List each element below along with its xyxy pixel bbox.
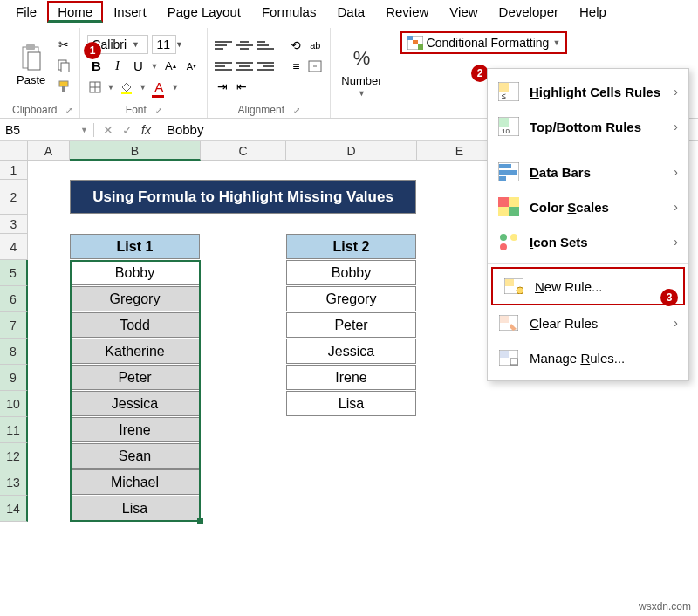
- svg-rect-40: [500, 351, 509, 358]
- row-header-8[interactable]: 8: [0, 339, 28, 365]
- row-header-13[interactable]: 13: [0, 469, 28, 496]
- select-all-corner[interactable]: [0, 141, 28, 161]
- dd-clear-rules[interactable]: Clear Rules ›: [488, 305, 688, 340]
- menu-file[interactable]: File: [5, 1, 47, 23]
- alignment-dialog-icon[interactable]: ⤢: [293, 106, 300, 115]
- decrease-font-icon[interactable]: A▾: [182, 58, 200, 75]
- list1-cell[interactable]: Jessica: [70, 391, 200, 416]
- dd-icon-sets[interactable]: Icon Sets ›: [488, 224, 688, 259]
- fx-icon[interactable]: fx: [141, 123, 151, 137]
- selection-handle[interactable]: [197, 518, 203, 524]
- col-header-C[interactable]: C: [201, 141, 286, 161]
- paste-button[interactable]: Paste: [13, 40, 49, 90]
- increase-font-icon[interactable]: A▴: [161, 58, 179, 75]
- underline-button[interactable]: U: [129, 58, 147, 75]
- chevron-down-icon[interactable]: ▼: [150, 62, 158, 71]
- menu-insert[interactable]: Insert: [103, 1, 157, 23]
- wrap-text-icon[interactable]: ab: [307, 38, 323, 53]
- font-size-combo[interactable]: 11▼: [152, 35, 176, 54]
- list2-cell[interactable]: Gregory: [286, 286, 416, 311]
- align-right-icon[interactable]: [257, 58, 274, 75]
- orientation-icon[interactable]: ⟲: [288, 38, 304, 53]
- merge-icon[interactable]: [307, 58, 323, 74]
- conditional-formatting-button[interactable]: Conditional Formatting ▼: [400, 31, 568, 54]
- menu-bar: File Home Insert Page Layout Formulas Da…: [0, 0, 698, 24]
- list1-cell[interactable]: Bobby: [70, 260, 200, 285]
- list2-cell[interactable]: Jessica: [286, 339, 416, 364]
- chevron-down-icon[interactable]: ▼: [171, 83, 179, 92]
- align-left-icon[interactable]: [215, 58, 232, 75]
- font-dialog-icon[interactable]: ⤢: [155, 106, 162, 115]
- list1-cell[interactable]: Gregory: [70, 286, 200, 311]
- row-header-1[interactable]: 1: [0, 161, 28, 180]
- percent-icon: %: [347, 44, 375, 72]
- dd-label: Manage Rules...: [530, 351, 678, 366]
- cells-area[interactable]: Using Formula to Highlight Missing Value…: [28, 161, 503, 522]
- list1-cell[interactable]: Peter: [70, 365, 200, 390]
- number-format-button[interactable]: % Number ▼: [338, 41, 385, 101]
- col-header-D[interactable]: D: [286, 141, 417, 161]
- dd-top-bottom-rules[interactable]: 10 Top/Bottom Rules ›: [488, 109, 688, 144]
- cut-icon[interactable]: ✂: [56, 37, 72, 52]
- format-painter-icon[interactable]: [56, 79, 72, 94]
- list1-cell[interactable]: Irene: [70, 417, 200, 442]
- enter-icon[interactable]: ✓: [122, 123, 133, 137]
- row-header-14[interactable]: 14: [0, 496, 28, 522]
- font-color-icon[interactable]: A: [150, 79, 168, 96]
- align-top-icon[interactable]: [215, 37, 232, 54]
- group-number: % Number ▼: [331, 28, 393, 118]
- row-header-6[interactable]: 6: [0, 286, 28, 312]
- row-header-2[interactable]: 2: [0, 180, 28, 215]
- row-header-9[interactable]: 9: [0, 365, 28, 391]
- borders-icon[interactable]: [87, 79, 103, 95]
- menu-view[interactable]: View: [439, 1, 488, 23]
- list2-cell[interactable]: Peter: [286, 312, 416, 338]
- list1-cell[interactable]: Todd: [70, 312, 200, 338]
- copy-icon[interactable]: [56, 58, 72, 73]
- row-header-11[interactable]: 11: [0, 417, 28, 443]
- decrease-indent-icon[interactable]: ≡: [288, 58, 304, 74]
- row-header-7[interactable]: 7: [0, 312, 28, 339]
- list2-cell[interactable]: Lisa: [286, 391, 416, 416]
- dd-manage-rules[interactable]: Manage Rules...: [488, 340, 688, 375]
- align-center-icon[interactable]: [236, 58, 253, 75]
- menu-help[interactable]: Help: [569, 1, 617, 23]
- align-bottom-icon[interactable]: [257, 37, 274, 54]
- menu-review[interactable]: Review: [375, 1, 439, 23]
- name-box[interactable]: B5▼: [0, 123, 94, 137]
- menu-page-layout[interactable]: Page Layout: [157, 1, 251, 23]
- clipboard-dialog-icon[interactable]: ⤢: [65, 106, 72, 115]
- bold-button[interactable]: B: [87, 58, 105, 75]
- row-header-4[interactable]: 4: [0, 234, 28, 260]
- menu-home[interactable]: Home: [47, 1, 103, 23]
- list1-cell[interactable]: Lisa: [70, 496, 200, 521]
- align-middle-icon[interactable]: [236, 37, 253, 54]
- chevron-down-icon[interactable]: ▼: [106, 83, 114, 92]
- fill-color-icon[interactable]: [118, 79, 135, 96]
- increase-indent-icon[interactable]: ⇥: [215, 79, 230, 94]
- row-header-3[interactable]: 3: [0, 215, 28, 234]
- row-header-5[interactable]: 5: [0, 260, 28, 286]
- dd-new-rule[interactable]: New Rule...: [491, 267, 685, 305]
- col-header-A[interactable]: A: [28, 141, 70, 161]
- dd-highlight-cells-rules[interactable]: ≤ Highlight Cells Rules ›: [488, 74, 688, 109]
- list1-cell[interactable]: Michael: [70, 469, 200, 495]
- dd-data-bars[interactable]: Data Bars ›: [488, 154, 688, 189]
- menu-data[interactable]: Data: [326, 1, 375, 23]
- list1-cell[interactable]: Sean: [70, 443, 200, 469]
- cancel-icon[interactable]: ✕: [103, 123, 113, 137]
- menu-formulas[interactable]: Formulas: [251, 1, 327, 23]
- menu-developer[interactable]: Developer: [489, 1, 569, 23]
- row-header-10[interactable]: 10: [0, 391, 28, 417]
- dd-label: Clear Rules: [530, 316, 663, 331]
- list1-cell[interactable]: Katherine: [70, 339, 200, 364]
- list2-cell[interactable]: Irene: [286, 365, 416, 390]
- row-header-12[interactable]: 12: [0, 443, 28, 469]
- list2-cell[interactable]: Bobby: [286, 260, 416, 285]
- indent-icon[interactable]: ⇤: [234, 79, 250, 94]
- col-header-B[interactable]: B: [70, 141, 201, 161]
- chevron-down-icon[interactable]: ▼: [139, 83, 147, 92]
- dd-color-scales[interactable]: Color Scales ›: [488, 189, 688, 224]
- dd-label: Top/Bottom Rules: [530, 120, 663, 134]
- italic-button[interactable]: I: [108, 58, 126, 75]
